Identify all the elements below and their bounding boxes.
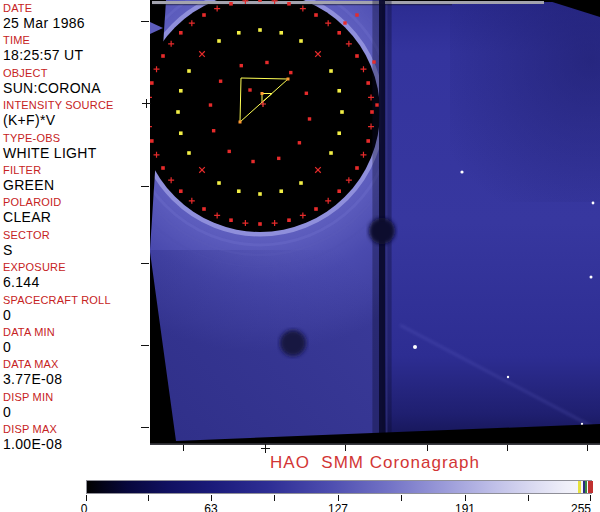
field-label: TYPE-OBS [3, 132, 150, 145]
colorbar-label: 191 [455, 502, 475, 512]
sidebar-field: DATE25 Mar 1986 [3, 2, 150, 34]
field-label: SECTOR [3, 229, 150, 242]
fiducial-dot [372, 60, 375, 63]
fiducial-dot [248, 88, 251, 91]
fiducial-dot [375, 103, 378, 106]
sidebar-field: TYPE-OBSWHITE LIGHT [3, 132, 150, 164]
fiducial-dot [355, 166, 359, 170]
fiducial-dot [251, 160, 254, 163]
star-speck [460, 170, 463, 173]
field-value: 25 Mar 1986 [3, 15, 150, 32]
field-label: DISP MAX [3, 423, 150, 436]
field-label: SPACECRAFT ROLL [3, 294, 150, 307]
fiducial-dot [329, 69, 333, 73]
sidebar-field: DATA MAX3.77E-08 [3, 358, 150, 390]
sidebar-field: POLAROIDCLEAR [3, 196, 150, 228]
fiducial-dot [287, 218, 291, 222]
sidebar-field: OBJECTSUN:CORONA [3, 67, 150, 99]
fiducial-dot [287, 2, 291, 6]
fiducial-dot [258, 222, 262, 226]
colorbar-stripe [588, 481, 593, 493]
star-speck [592, 202, 595, 205]
field-label: EXPOSURE [3, 261, 150, 274]
field-value: 3.77E-08 [3, 371, 150, 388]
field-value: S [3, 242, 150, 259]
fiducial-dot [212, 129, 215, 132]
fiducial-dot [340, 110, 344, 114]
star-speck [413, 345, 417, 349]
field-label: FILTER [3, 164, 150, 177]
fiducial-dot [261, 92, 264, 95]
fiducial-dot [161, 166, 165, 170]
fiducial-dot [179, 89, 183, 93]
star-speck [590, 276, 593, 279]
colorbar-tick-minor [148, 495, 149, 501]
fiducial-dot [217, 181, 221, 185]
fiducial-dot [337, 189, 341, 193]
sidebar-field: TIME18:25:57 UT [3, 34, 150, 66]
field-value: (K+F)*V [3, 112, 150, 129]
field-value: GREEN [3, 177, 150, 194]
fiducial-dot [258, 28, 262, 32]
field-value: 0 [3, 404, 150, 421]
field-label: DATA MAX [3, 358, 150, 371]
colorbar-label: 255 [571, 502, 591, 512]
fiducial-dot [265, 61, 268, 64]
colorbar-tick [338, 495, 339, 501]
colorbar-stripe [585, 481, 587, 493]
sidebar-field: DATA MIN0 [3, 326, 150, 358]
fiducial-dot [314, 13, 318, 17]
fiducial-dot [217, 39, 221, 43]
field-value: 0 [3, 307, 150, 324]
axis-tick [587, 445, 588, 451]
colorbar-tick [465, 495, 466, 501]
sidebar-field: FILTERGREEN [3, 164, 150, 196]
colorbar-tick-minor [528, 495, 529, 501]
field-value: CLEAR [3, 209, 150, 226]
axis-tick [345, 445, 346, 451]
sidebar-field: INTENSITY SOURCE(K+F)*V [3, 99, 150, 131]
fiducial-dot [258, 192, 262, 196]
fiducial-dot [187, 69, 191, 73]
fiducial-dot [229, 218, 233, 222]
fiducial-dot [337, 131, 341, 135]
colorbar-tick [211, 495, 212, 501]
fiducial-dot [202, 13, 206, 17]
colorbar-label: 127 [328, 502, 348, 512]
fiducial-dot [239, 121, 242, 124]
axis-tick [183, 445, 184, 451]
fiducial-dot [229, 2, 233, 6]
fiducial-dot [258, 0, 262, 2]
fiducial-dot [237, 189, 241, 193]
coronagraph-image [150, 0, 600, 445]
fiducial-dot [308, 117, 311, 120]
image-bottom-border [150, 444, 600, 445]
fiducial-dot [179, 189, 183, 193]
sidebar-field: EXPOSURE6.144 [3, 261, 150, 293]
fiducial-dot [355, 13, 358, 16]
left-field-vignette [150, 250, 382, 445]
field-label: DATE [3, 2, 150, 15]
screen: DATE25 Mar 1986TIME18:25:57 UTOBJECTSUN:… [0, 0, 600, 512]
fiducial-dot [240, 64, 243, 67]
colorbar-tick [86, 495, 87, 501]
field-label: POLAROID [3, 196, 150, 209]
fiducial-dot [337, 89, 341, 93]
colorbar [86, 480, 592, 494]
fiducial-dot [179, 131, 183, 135]
fiducial-dot [228, 150, 231, 153]
fiducial-dot [355, 54, 359, 58]
pylon-ball [369, 218, 395, 244]
axis-tick [141, 345, 149, 346]
fiducial-dot [187, 151, 191, 155]
fiducial-dot [277, 157, 280, 160]
colorbar-tick-minor [401, 495, 402, 501]
fiducial-dot [161, 54, 165, 58]
field-label: DISP MIN [3, 391, 150, 404]
fiducial-dot [219, 80, 222, 83]
axis-tick [141, 21, 149, 22]
fiducial-dot [279, 31, 283, 35]
axis-plus-marker [146, 99, 147, 108]
field-label: TIME [3, 34, 150, 47]
field-value: 6.144 [3, 274, 150, 291]
